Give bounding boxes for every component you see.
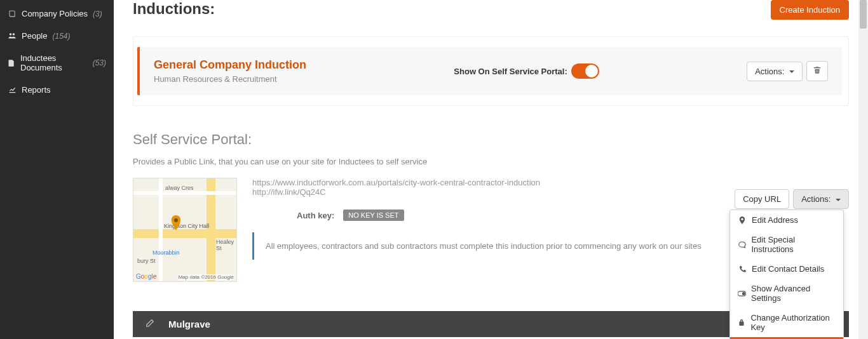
menu-label: Change Authorization Key bbox=[750, 313, 836, 332]
menu-advanced-settings[interactable]: Show Advanced Settings bbox=[730, 279, 843, 308]
induction-title[interactable]: General Company Induction bbox=[154, 58, 306, 72]
sidebar-label: People bbox=[22, 31, 47, 41]
toggle-icon bbox=[738, 291, 746, 296]
copy-url-button[interactable]: Copy URL bbox=[735, 189, 789, 209]
toggle-label: Show On Self Service Portal: bbox=[454, 67, 567, 76]
ssp-title: Self Service Portal: bbox=[133, 131, 849, 148]
toggle-knob bbox=[585, 65, 598, 77]
phone-icon bbox=[738, 265, 747, 272]
google-logo: Google bbox=[136, 273, 156, 280]
svg-point-2 bbox=[174, 218, 178, 222]
trash-icon bbox=[813, 66, 821, 74]
chevron-down-icon bbox=[836, 199, 841, 201]
people-icon bbox=[8, 32, 17, 40]
auth-key-label: Auth key: bbox=[297, 211, 334, 220]
auth-key-badge: NO KEY IS SET bbox=[343, 209, 403, 221]
induction-actions-dropdown[interactable]: Actions: bbox=[747, 62, 803, 81]
menu-edit-instructions[interactable]: Edit Special Instructions bbox=[730, 230, 843, 259]
map-attribution: Map data ©2016 Google bbox=[179, 274, 234, 280]
induction-card: General Company Induction Human Resource… bbox=[133, 36, 849, 106]
sidebar-count: (154) bbox=[52, 32, 70, 41]
sidebar: Company Policies (3) People (154) Induct… bbox=[0, 0, 114, 339]
svg-point-4 bbox=[742, 291, 745, 295]
actions-dropdown-menu: Edit Address Edit Special Instructions E… bbox=[729, 209, 844, 339]
sidebar-item-policies[interactable]: Company Policies (3) bbox=[0, 3, 114, 25]
sidebar-count: (53) bbox=[93, 58, 106, 67]
sidebar-label: Reports bbox=[22, 85, 51, 95]
menu-label: Edit Contact Details bbox=[752, 264, 824, 274]
actions-label: Actions: bbox=[801, 194, 831, 204]
map-pin-icon bbox=[170, 215, 180, 230]
map-preview[interactable]: alway Cres Kingston City Hall Moorabbin … bbox=[133, 178, 237, 282]
chart-icon bbox=[8, 86, 17, 94]
sidebar-label: Inductees Documents bbox=[20, 53, 88, 72]
sidebar-item-documents[interactable]: Inductees Documents (53) bbox=[0, 47, 114, 79]
induction-info: General Company Induction Human Resource… bbox=[154, 58, 306, 84]
menu-label: Edit Address bbox=[752, 215, 798, 225]
location-name: Mulgrave bbox=[168, 319, 210, 329]
sidebar-count: (3) bbox=[93, 10, 102, 18]
page-scrollbar[interactable] bbox=[858, 0, 868, 339]
delete-induction-button[interactable] bbox=[806, 61, 828, 81]
create-induction-button[interactable]: Create Induction bbox=[771, 0, 849, 20]
edit-icon[interactable] bbox=[146, 319, 154, 329]
chevron-down-icon bbox=[789, 70, 794, 73]
induction-subtitle: Human Resources & Recruitment bbox=[154, 74, 306, 84]
document-icon bbox=[8, 59, 15, 67]
svg-point-0 bbox=[10, 33, 12, 36]
scrollbar-thumb[interactable] bbox=[860, 0, 867, 29]
menu-label: Edit Special Instructions bbox=[751, 235, 836, 254]
ssp-actions-dropdown[interactable]: Actions: bbox=[793, 189, 849, 209]
pin-icon bbox=[738, 216, 747, 224]
speech-icon bbox=[738, 241, 746, 248]
portal-url-long: https://www.inductforwork.com.au/portals… bbox=[252, 178, 849, 187]
book-icon bbox=[8, 10, 17, 18]
self-service-toggle[interactable] bbox=[571, 63, 599, 79]
ssp-description: Provides a Public Link, that you can use… bbox=[133, 157, 849, 166]
sidebar-item-people[interactable]: People (154) bbox=[0, 25, 114, 47]
menu-edit-address[interactable]: Edit Address bbox=[730, 210, 843, 230]
sidebar-item-reports[interactable]: Reports bbox=[0, 79, 114, 101]
menu-edit-contact[interactable]: Edit Contact Details bbox=[730, 259, 843, 279]
lock-icon bbox=[738, 319, 745, 326]
actions-label: Actions: bbox=[755, 67, 784, 76]
main-content: Inductions: Create Induction General Com… bbox=[114, 0, 868, 339]
menu-label: Show Advanced Settings bbox=[751, 284, 836, 303]
page-title: Inductions: bbox=[133, 0, 215, 18]
svg-point-1 bbox=[13, 33, 15, 36]
menu-change-auth-key[interactable]: Change Authorization Key bbox=[730, 308, 843, 337]
sidebar-label: Company Policies bbox=[22, 9, 88, 18]
